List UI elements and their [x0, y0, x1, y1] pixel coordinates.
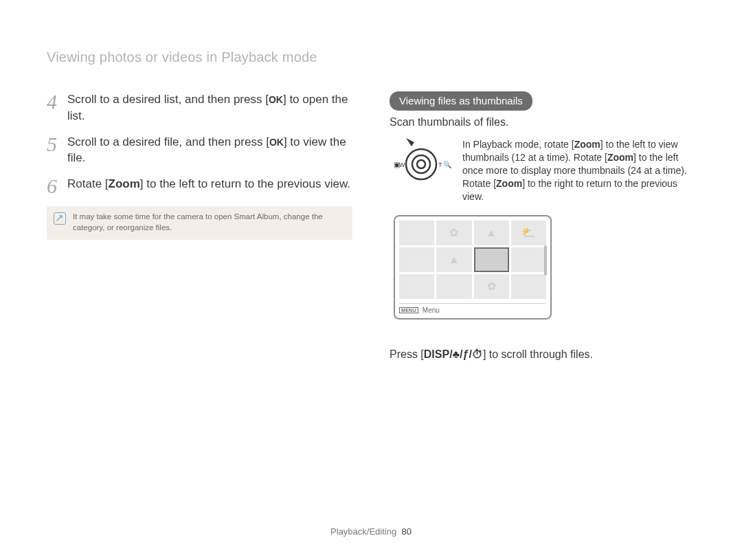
scrollbar-icon: [544, 245, 547, 276]
t: ] to scroll through files.: [483, 348, 593, 360]
page-title: Viewing photos or videos in Playback mod…: [47, 49, 695, 65]
step-4: 4 Scroll to a desired list, and then pre…: [47, 91, 352, 124]
page-footer: Playback/Editing 80: [0, 526, 742, 537]
step-text-post: ] to the left to return to the previous …: [140, 177, 350, 190]
thumb-item-selected: [474, 247, 509, 272]
disp-icon: DISP: [424, 348, 449, 360]
thumbnail-grid: ✿ ▲ ⛅ ▲ ✿: [399, 221, 546, 299]
zoom-label: Zoom: [574, 139, 600, 150]
step-body: Scroll to a desired file, and then press…: [67, 134, 352, 167]
bust-icon: ▲: [449, 254, 460, 265]
menu-label: Menu: [423, 306, 440, 314]
step-5: 5 Scroll to a desired file, and then pre…: [47, 134, 352, 167]
step-number: 6: [47, 176, 67, 197]
zoom-dial-icon: ▣ 🔍 W T: [390, 138, 453, 189]
zoom-dial-row: ▣ 🔍 W T In Playback mode, rotate [Zoom] …: [390, 138, 695, 203]
thumb-item: ▲: [474, 221, 509, 245]
zoom-instruction: In Playback mode, rotate [Zoom] to the l…: [462, 138, 695, 203]
zoom-label: Zoom: [607, 152, 633, 163]
thumb-item: [511, 247, 546, 272]
macro-icon: ♣: [453, 348, 460, 360]
footer-section: Playback/Editing: [330, 526, 396, 537]
step-number: 4: [47, 91, 67, 112]
left-column: 4 Scroll to a desired list, and then pre…: [47, 91, 352, 361]
dial-left-label: W: [399, 161, 405, 168]
note-icon: [54, 212, 66, 225]
step-text-pre: Scroll to a desired list, and then press…: [67, 93, 269, 106]
thumb-item: ✿: [436, 221, 471, 245]
step-text-pre: Scroll to a desired file, and then press…: [67, 135, 269, 148]
page-number: 80: [401, 526, 411, 537]
step-body: Scroll to a desired list, and then press…: [67, 91, 352, 124]
flower-icon: ✿: [449, 227, 458, 238]
scan-line: Scan thumbnails of files.: [390, 116, 695, 128]
zoom-label: Zoom: [496, 178, 522, 189]
zoom-label: Zoom: [109, 177, 140, 190]
thumb-item: [399, 247, 434, 272]
svg-point-0: [406, 149, 436, 179]
device-status-bar: MENU Menu: [399, 303, 546, 314]
thumb-item: ✿: [474, 274, 509, 299]
step-text-pre: Rotate [: [67, 177, 109, 190]
thumb-item: [511, 274, 546, 299]
step-6: 6 Rotate [Zoom] to the left to return to…: [47, 176, 352, 197]
t: In Playback mode, rotate [: [462, 139, 574, 150]
thumb-item: [399, 274, 434, 299]
timer-icon: ⏱: [472, 348, 483, 360]
menu-icon: MENU: [399, 307, 418, 313]
dial-right-label: T: [438, 161, 442, 168]
thumb-item: [399, 221, 434, 245]
svg-text:🔍: 🔍: [443, 160, 452, 169]
bust-icon: ▲: [486, 227, 497, 238]
ok-icon: OK: [269, 94, 283, 105]
step-number: 5: [47, 134, 67, 155]
t: Press [: [390, 348, 424, 360]
scroll-instruction: Press [DISP/♣/ƒ/⏱] to scroll through fil…: [390, 348, 695, 361]
right-column: Viewing files as thumbnails Scan thumbna…: [390, 91, 695, 361]
step-body: Rotate [Zoom] to the left to return to t…: [67, 176, 350, 192]
thumb-item: [436, 274, 471, 299]
thumb-item: ▲: [436, 247, 471, 272]
note-box: It may take some time for the camera to …: [47, 206, 352, 240]
section-heading: Viewing files as thumbnails: [390, 91, 532, 111]
note-text: It may take some time for the camera to …: [73, 212, 346, 233]
flower-icon: ✿: [487, 281, 496, 292]
thumb-item: ⛅: [511, 221, 546, 245]
svg-point-1: [412, 155, 430, 173]
ok-icon: OK: [269, 137, 284, 148]
thumbnail-screen: ✿ ▲ ⛅ ▲ ✿ MENU Menu: [394, 215, 552, 320]
cloudsun-icon: ⛅: [521, 227, 535, 238]
svg-point-2: [417, 160, 425, 168]
